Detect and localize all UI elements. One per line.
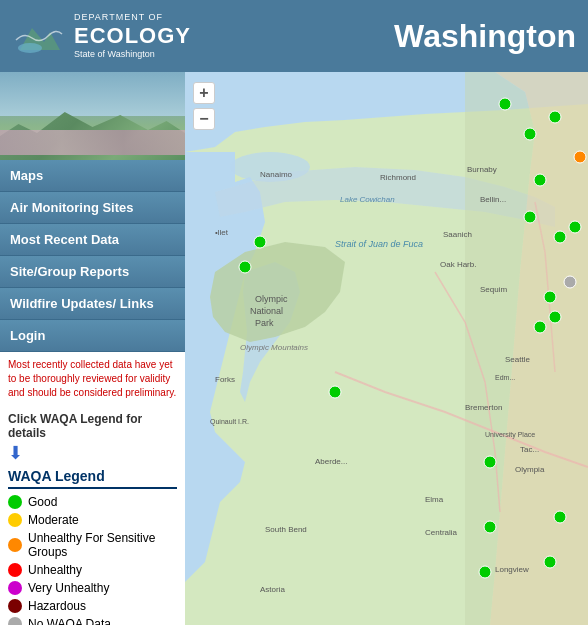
svg-text:Nanaimo: Nanaimo	[260, 170, 293, 179]
legend-moderate: Moderate	[8, 513, 177, 527]
svg-point-51	[554, 511, 566, 523]
legend-moderate-label: Moderate	[28, 513, 79, 527]
svg-text:Bellin...: Bellin...	[480, 195, 506, 204]
svg-text:National: National	[250, 306, 283, 316]
svg-point-45	[544, 291, 556, 303]
svg-text:Bremerton: Bremerton	[465, 403, 502, 412]
svg-text:South Bend: South Bend	[265, 525, 307, 534]
svg-text:•llet: •llet	[215, 228, 229, 237]
svg-point-36	[549, 111, 561, 123]
svg-point-33	[239, 261, 251, 273]
svg-point-40	[554, 231, 566, 243]
svg-point-2	[18, 43, 42, 53]
ecology-label: ECOLOGY	[74, 23, 191, 49]
svg-point-39	[524, 211, 536, 223]
legend-no-data-dot	[8, 617, 22, 625]
legend-arrow-icon: ⬇	[8, 442, 177, 464]
svg-text:Astoria: Astoria	[260, 585, 285, 594]
legend-no-data: No WAQA Data	[8, 617, 177, 625]
svg-point-35	[499, 98, 511, 110]
legend-usg-dot	[8, 538, 22, 552]
svg-text:Olympic: Olympic	[255, 294, 288, 304]
svg-point-48	[329, 386, 341, 398]
svg-point-49	[484, 456, 496, 468]
header: DEPARTMENT OF ECOLOGY State of Washingto…	[0, 0, 588, 72]
dept-label: DEPARTMENT OF	[74, 12, 191, 23]
zoom-out-button[interactable]: −	[193, 108, 215, 130]
svg-text:Oak Harb.: Oak Harb.	[440, 260, 476, 269]
legend-very-unhealthy-dot	[8, 581, 22, 595]
legend-title: WAQA Legend	[8, 468, 177, 489]
legend-hazardous-dot	[8, 599, 22, 613]
svg-text:Olympia: Olympia	[515, 465, 545, 474]
svg-point-47	[534, 321, 546, 333]
disclaimer-text: Most recently collected data have yet to…	[0, 352, 185, 406]
legend-moderate-dot	[8, 513, 22, 527]
legend-section: Click WAQA Legend for details ⬇ WAQA Leg…	[0, 406, 185, 625]
svg-text:Saanich: Saanich	[443, 230, 472, 239]
svg-text:Seattle: Seattle	[505, 355, 530, 364]
sidebar-photo	[0, 72, 185, 160]
nav-login-button[interactable]: Login	[0, 320, 185, 352]
svg-text:Olympic Mountains: Olympic Mountains	[240, 343, 308, 352]
nav-air-monitoring-button[interactable]: Air Monitoring Sites	[0, 192, 185, 224]
legend-hazardous-label: Hazardous	[28, 599, 86, 613]
svg-text:Forks: Forks	[215, 375, 235, 384]
svg-text:Sequim: Sequim	[480, 285, 507, 294]
legend-good-dot	[8, 495, 22, 509]
nav-most-recent-button[interactable]: Most Recent Data	[0, 224, 185, 256]
legend-good: Good	[8, 495, 177, 509]
legend-unhealthy: Unhealthy	[8, 563, 177, 577]
svg-text:Aberde...: Aberde...	[315, 457, 347, 466]
svg-text:Quinault I.R.: Quinault I.R.	[210, 418, 249, 426]
svg-text:Tac...: Tac...	[520, 445, 539, 454]
map-svg: Nanaimo Richmond Burnaby •llet Lake Cowi…	[185, 72, 588, 625]
legend-very-unhealthy: Very Unhealthy	[8, 581, 177, 595]
legend-no-data-label: No WAQA Data	[28, 617, 111, 625]
svg-point-43	[574, 151, 586, 163]
nav-wildfire-button[interactable]: Wildfire Updates/ Links	[0, 288, 185, 320]
header-title: Washington	[394, 18, 576, 55]
svg-text:Edm...: Edm...	[495, 374, 515, 381]
svg-point-50	[484, 521, 496, 533]
main-content: Maps Air Monitoring Sites Most Recent Da…	[0, 72, 588, 625]
svg-text:Lake Cowichan: Lake Cowichan	[340, 195, 395, 204]
legend-usg: Unhealthy For Sensitive Groups	[8, 531, 177, 559]
svg-text:Park: Park	[255, 318, 274, 328]
legend-click-label[interactable]: Click WAQA Legend for details	[8, 412, 177, 440]
svg-text:University Place: University Place	[485, 431, 535, 439]
svg-text:Richmond: Richmond	[380, 173, 416, 182]
nav-maps-button[interactable]: Maps	[0, 160, 185, 192]
svg-point-37	[524, 128, 536, 140]
svg-point-41	[569, 221, 581, 233]
logo-text: DEPARTMENT OF ECOLOGY State of Washingto…	[74, 12, 191, 60]
svg-text:Elma: Elma	[425, 495, 444, 504]
svg-point-52	[544, 556, 556, 568]
map-container[interactable]: + −	[185, 72, 588, 625]
nav-site-reports-button[interactable]: Site/Group Reports	[0, 256, 185, 288]
legend-very-unhealthy-label: Very Unhealthy	[28, 581, 109, 595]
state-label: State of Washington	[74, 49, 191, 60]
legend-unhealthy-dot	[8, 563, 22, 577]
sidebar: Maps Air Monitoring Sites Most Recent Da…	[0, 72, 185, 625]
svg-point-38	[534, 174, 546, 186]
legend-unhealthy-label: Unhealthy	[28, 563, 82, 577]
legend-good-label: Good	[28, 495, 57, 509]
svg-text:Longview: Longview	[495, 565, 529, 574]
zoom-in-button[interactable]: +	[193, 82, 215, 104]
svg-point-44	[564, 276, 576, 288]
svg-text:Strait of Juan de Fuca: Strait of Juan de Fuca	[335, 239, 423, 249]
svg-point-46	[549, 311, 561, 323]
ecology-logo-icon	[12, 10, 64, 62]
svg-text:Centralia: Centralia	[425, 528, 458, 537]
svg-point-34	[254, 236, 266, 248]
legend-hazardous: Hazardous	[8, 599, 177, 613]
legend-usg-label: Unhealthy For Sensitive Groups	[28, 531, 177, 559]
svg-point-53	[479, 566, 491, 578]
svg-text:Burnaby: Burnaby	[467, 165, 497, 174]
logo-area: DEPARTMENT OF ECOLOGY State of Washingto…	[12, 10, 191, 62]
